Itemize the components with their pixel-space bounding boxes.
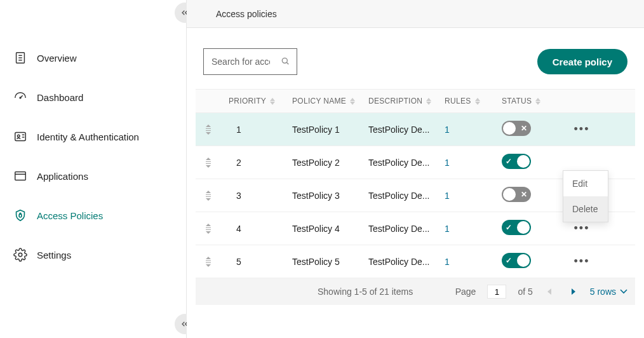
svg-marker-22 xyxy=(475,98,480,101)
cell-priority: 5 xyxy=(221,257,285,267)
drag-handle-icon[interactable] xyxy=(196,158,221,168)
shield-lock-icon xyxy=(13,208,28,223)
svg-rect-12 xyxy=(19,214,22,217)
sort-icon xyxy=(350,98,355,105)
cell-policy-name[interactable]: TestPolicy 4 xyxy=(285,224,361,234)
cell-policy-name[interactable]: TestPolicy 5 xyxy=(285,257,361,267)
toolbar: Create policy xyxy=(187,28,644,89)
window-icon xyxy=(13,168,28,184)
sidebar-item-label: Settings xyxy=(37,250,71,260)
svg-marker-25 xyxy=(535,102,540,105)
svg-marker-18 xyxy=(350,98,355,101)
svg-marker-21 xyxy=(426,102,431,105)
svg-marker-41 xyxy=(206,231,211,234)
gear-icon xyxy=(13,247,28,262)
id-card-icon xyxy=(13,129,28,144)
svg-marker-16 xyxy=(270,98,275,101)
page-number-input[interactable] xyxy=(487,285,506,299)
sidebar: Overview Dashboard Identity & Authentica… xyxy=(0,0,187,338)
svg-marker-33 xyxy=(206,165,211,168)
svg-marker-34 xyxy=(206,191,211,193)
row-actions-menu: Edit Delete xyxy=(563,170,608,222)
menu-item-edit[interactable]: Edit xyxy=(563,171,608,196)
sidebar-item-access-policies[interactable]: Access Policies xyxy=(0,196,186,235)
cell-description: TestPolicy De... xyxy=(361,257,437,267)
svg-point-5 xyxy=(20,97,21,98)
sidebar-item-label: Identity & Authentication xyxy=(37,132,139,142)
cell-description: TestPolicy De... xyxy=(361,224,437,234)
create-policy-button[interactable]: Create policy xyxy=(537,49,627,74)
cell-rules[interactable]: 1 xyxy=(437,257,494,267)
search-input-wrap[interactable] xyxy=(203,48,297,75)
next-page-button[interactable] xyxy=(567,286,579,297)
chevron-down-icon xyxy=(620,289,627,294)
cell-policy-name[interactable]: TestPolicy 3 xyxy=(285,191,361,201)
svg-rect-40 xyxy=(206,229,211,230)
svg-line-15 xyxy=(286,62,288,64)
cell-policy-name[interactable]: TestPolicy 2 xyxy=(285,158,361,168)
cell-priority: 4 xyxy=(221,224,285,234)
table-row[interactable]: 1 TestPolicy 1 TestPolicy De... 1 ••• xyxy=(196,113,635,146)
cell-rules[interactable]: 1 xyxy=(437,224,494,234)
th-priority[interactable]: PRIORITY xyxy=(221,97,285,105)
cell-description: TestPolicy De... xyxy=(361,191,437,201)
prev-page-button[interactable] xyxy=(544,286,556,297)
table-row[interactable]: 5 TestPolicy 5 TestPolicy De... 1 ••• xyxy=(196,245,635,278)
sidebar-item-applications[interactable]: Applications xyxy=(0,156,186,196)
sidebar-item-dashboard[interactable]: Dashboard xyxy=(0,78,186,117)
sort-icon xyxy=(475,98,480,105)
drag-handle-icon[interactable] xyxy=(196,257,221,267)
svg-rect-10 xyxy=(15,172,26,180)
drag-handle-icon[interactable] xyxy=(196,224,221,234)
sidebar-item-overview[interactable]: Overview xyxy=(0,38,186,78)
svg-rect-28 xyxy=(206,130,211,131)
status-toggle[interactable] xyxy=(502,253,531,268)
svg-marker-20 xyxy=(426,98,431,101)
svg-rect-39 xyxy=(206,227,211,228)
sidebar-item-label: Dashboard xyxy=(37,92,83,103)
page-header: Access policies xyxy=(187,0,644,28)
row-actions-button[interactable]: ••• xyxy=(573,253,591,271)
svg-rect-27 xyxy=(206,128,211,129)
svg-marker-38 xyxy=(206,224,211,226)
th-rules[interactable]: RULES xyxy=(437,97,494,105)
rows-per-page-select[interactable]: 5 rows xyxy=(590,287,627,297)
drag-handle-icon[interactable] xyxy=(196,125,221,135)
row-actions-button[interactable]: ••• xyxy=(573,121,591,139)
svg-rect-32 xyxy=(206,163,211,164)
th-description[interactable]: DESCRIPTION xyxy=(361,97,437,105)
svg-rect-31 xyxy=(206,161,211,162)
menu-item-delete[interactable]: Delete xyxy=(563,196,608,222)
status-toggle[interactable] xyxy=(502,154,531,169)
cell-rules[interactable]: 1 xyxy=(437,191,494,201)
page-label-pre: Page xyxy=(455,287,476,297)
svg-marker-46 xyxy=(547,288,551,295)
svg-rect-36 xyxy=(206,196,211,197)
status-toggle[interactable] xyxy=(502,220,531,235)
status-toggle[interactable] xyxy=(502,121,531,136)
th-status[interactable]: STATUS xyxy=(494,97,558,105)
svg-marker-24 xyxy=(535,98,540,101)
search-input[interactable] xyxy=(210,56,271,67)
status-toggle[interactable] xyxy=(502,187,531,202)
th-policy-name[interactable]: POLICY NAME xyxy=(285,97,361,105)
sidebar-item-label: Access Policies xyxy=(37,210,103,221)
sidebar-item-label: Overview xyxy=(37,53,77,64)
cell-description: TestPolicy De... xyxy=(361,125,437,135)
chevron-right-icon xyxy=(570,288,576,295)
svg-marker-42 xyxy=(206,257,211,259)
page-title: Access policies xyxy=(216,9,277,19)
drag-handle-icon[interactable] xyxy=(196,191,221,201)
cell-policy-name[interactable]: TestPolicy 1 xyxy=(285,125,361,135)
svg-marker-23 xyxy=(475,102,480,105)
cell-rules[interactable]: 1 xyxy=(437,125,494,135)
pagination-summary: Showing 1-5 of 21 items xyxy=(318,287,413,297)
cell-rules[interactable]: 1 xyxy=(437,158,494,168)
svg-marker-29 xyxy=(206,132,211,135)
table-footer: Showing 1-5 of 21 items Page of 5 5 rows… xyxy=(196,278,635,305)
svg-marker-19 xyxy=(350,102,355,105)
cell-priority: 2 xyxy=(221,158,285,168)
svg-rect-35 xyxy=(206,194,211,195)
sidebar-item-identity[interactable]: Identity & Authentication xyxy=(0,117,186,156)
sidebar-item-settings[interactable]: Settings xyxy=(0,235,186,274)
